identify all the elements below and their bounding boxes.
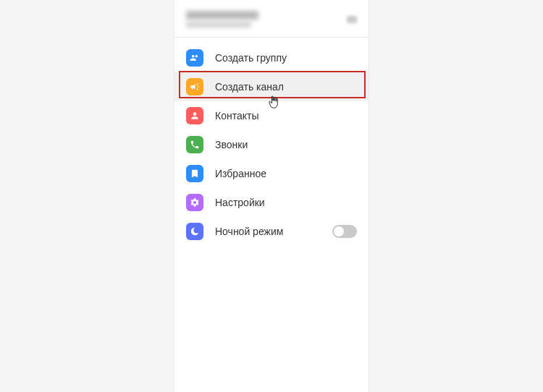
menu-item-favorites[interactable]: Избранное [174, 159, 369, 188]
gear-icon [186, 194, 203, 211]
menu-item-create-group[interactable]: Создать группу [174, 43, 369, 72]
menu-item-settings[interactable]: Настройки [174, 188, 369, 217]
menu-label: Звонки [215, 139, 248, 150]
menu-label: Избранное [215, 168, 266, 179]
menu-list: Создать группу Создать канал Контакты Зв… [174, 38, 369, 246]
header-right-blurred [347, 16, 357, 23]
panel-header [174, 0, 369, 38]
header-text [186, 11, 258, 27]
menu-label: Настройки [215, 197, 265, 208]
menu-label: Создать канал [215, 81, 284, 93]
menu-label: Создать группу [215, 52, 287, 64]
megaphone-icon [186, 78, 203, 95]
group-icon [186, 49, 203, 67]
profile-status-blurred [186, 22, 251, 27]
menu-item-calls[interactable]: Звонки [174, 130, 369, 159]
menu-item-contacts[interactable]: Контакты [174, 101, 369, 130]
menu-item-create-channel[interactable]: Создать канал [174, 72, 369, 101]
bookmark-icon [186, 165, 203, 182]
person-icon [186, 107, 203, 124]
menu-label: Ночной режим [215, 226, 283, 237]
menu-panel: Создать группу Создать канал Контакты Зв… [174, 0, 369, 392]
profile-name-blurred [186, 11, 258, 20]
night-mode-toggle[interactable] [332, 225, 357, 238]
menu-label: Контакты [215, 110, 258, 122]
phone-icon [186, 136, 203, 153]
moon-icon [186, 223, 203, 240]
menu-item-night-mode[interactable]: Ночной режим [174, 217, 369, 246]
